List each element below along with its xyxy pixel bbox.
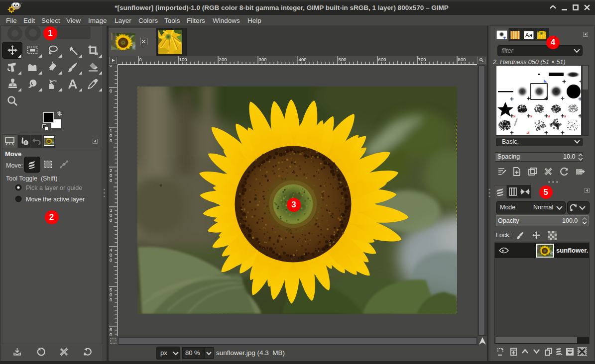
svg-text:Aa: Aa	[525, 32, 533, 39]
